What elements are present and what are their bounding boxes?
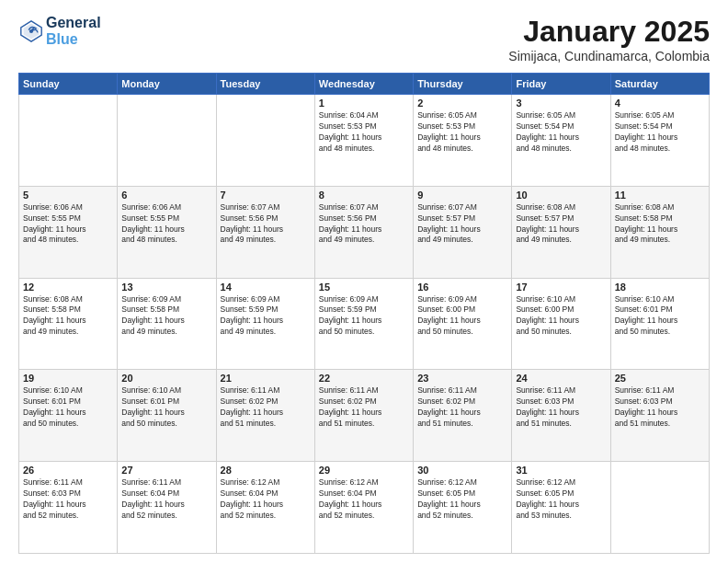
day-info: Sunrise: 6:09 AMSunset: 6:00 PMDaylight:…	[417, 294, 507, 339]
day-number: 20	[121, 373, 211, 384]
calendar-cell: 13Sunrise: 6:09 AMSunset: 5:58 PMDayligh…	[118, 278, 216, 370]
calendar-cell: 31Sunrise: 6:12 AMSunset: 6:05 PMDayligh…	[512, 462, 610, 554]
day-info: Sunrise: 6:08 AMSunset: 5:57 PMDaylight:…	[516, 202, 606, 247]
calendar-cell: 7Sunrise: 6:07 AMSunset: 5:56 PMDaylight…	[216, 186, 314, 278]
calendar-table: SundayMondayTuesdayWednesdayThursdayFrid…	[18, 73, 710, 554]
page: General Blue January 2025 Simijaca, Cund…	[0, 0, 728, 563]
day-number: 25	[615, 373, 705, 384]
title-block: January 2025 Simijaca, Cundinamarca, Col…	[508, 15, 710, 63]
calendar-cell	[216, 95, 314, 187]
calendar-cell: 10Sunrise: 6:08 AMSunset: 5:57 PMDayligh…	[512, 186, 610, 278]
day-info: Sunrise: 6:11 AMSunset: 6:02 PMDaylight:…	[221, 385, 311, 430]
week-row-4: 19Sunrise: 6:10 AMSunset: 6:01 PMDayligh…	[19, 370, 710, 462]
logo-icon	[18, 18, 44, 44]
calendar-cell: 11Sunrise: 6:08 AMSunset: 5:58 PMDayligh…	[610, 186, 709, 278]
day-info: Sunrise: 6:12 AMSunset: 6:04 PMDaylight:…	[221, 477, 311, 522]
week-row-3: 12Sunrise: 6:08 AMSunset: 5:58 PMDayligh…	[19, 278, 710, 370]
day-number: 30	[417, 465, 507, 476]
day-info: Sunrise: 6:05 AMSunset: 5:54 PMDaylight:…	[615, 110, 705, 155]
day-info: Sunrise: 6:11 AMSunset: 6:03 PMDaylight:…	[615, 385, 705, 430]
day-number: 7	[221, 190, 311, 201]
month-title: January 2025	[508, 15, 710, 49]
calendar-cell: 26Sunrise: 6:11 AMSunset: 6:03 PMDayligh…	[19, 462, 118, 554]
calendar-cell: 3Sunrise: 6:05 AMSunset: 5:54 PMDaylight…	[512, 95, 610, 187]
day-info: Sunrise: 6:06 AMSunset: 5:55 PMDaylight:…	[121, 202, 211, 247]
calendar-cell: 15Sunrise: 6:09 AMSunset: 5:59 PMDayligh…	[314, 278, 413, 370]
calendar-cell: 21Sunrise: 6:11 AMSunset: 6:02 PMDayligh…	[216, 370, 314, 462]
calendar-cell	[19, 95, 118, 187]
calendar-cell: 9Sunrise: 6:07 AMSunset: 5:57 PMDaylight…	[414, 186, 512, 278]
weekday-header-wednesday: Wednesday	[314, 74, 413, 95]
calendar-cell: 28Sunrise: 6:12 AMSunset: 6:04 PMDayligh…	[216, 462, 314, 554]
calendar-cell	[118, 95, 216, 187]
day-info: Sunrise: 6:10 AMSunset: 6:01 PMDaylight:…	[615, 294, 705, 339]
day-number: 10	[516, 190, 606, 201]
calendar-cell: 5Sunrise: 6:06 AMSunset: 5:55 PMDaylight…	[19, 186, 118, 278]
calendar-cell: 27Sunrise: 6:11 AMSunset: 6:04 PMDayligh…	[118, 462, 216, 554]
weekday-header-friday: Friday	[512, 74, 610, 95]
weekday-header-row: SundayMondayTuesdayWednesdayThursdayFrid…	[19, 74, 710, 95]
week-row-5: 26Sunrise: 6:11 AMSunset: 6:03 PMDayligh…	[19, 462, 710, 554]
day-number: 9	[417, 190, 507, 201]
week-row-2: 5Sunrise: 6:06 AMSunset: 5:55 PMDaylight…	[19, 186, 710, 278]
calendar-cell: 25Sunrise: 6:11 AMSunset: 6:03 PMDayligh…	[610, 370, 709, 462]
day-number: 11	[615, 190, 705, 201]
weekday-header-saturday: Saturday	[610, 74, 709, 95]
day-info: Sunrise: 6:11 AMSunset: 6:02 PMDaylight:…	[417, 385, 507, 430]
day-info: Sunrise: 6:10 AMSunset: 6:01 PMDaylight:…	[121, 385, 211, 430]
day-number: 2	[417, 98, 507, 109]
calendar-cell: 18Sunrise: 6:10 AMSunset: 6:01 PMDayligh…	[610, 278, 709, 370]
day-info: Sunrise: 6:08 AMSunset: 5:58 PMDaylight:…	[615, 202, 705, 247]
day-number: 14	[221, 282, 311, 293]
day-info: Sunrise: 6:12 AMSunset: 6:04 PMDaylight:…	[319, 477, 409, 522]
calendar-cell: 17Sunrise: 6:10 AMSunset: 6:00 PMDayligh…	[512, 278, 610, 370]
weekday-header-tuesday: Tuesday	[216, 74, 314, 95]
day-number: 8	[319, 190, 409, 201]
day-number: 28	[221, 465, 311, 476]
calendar-cell: 29Sunrise: 6:12 AMSunset: 6:04 PMDayligh…	[314, 462, 413, 554]
logo-text: General Blue	[46, 15, 101, 47]
day-number: 1	[319, 98, 409, 109]
day-number: 26	[23, 465, 113, 476]
day-info: Sunrise: 6:07 AMSunset: 5:56 PMDaylight:…	[221, 202, 311, 247]
day-info: Sunrise: 6:05 AMSunset: 5:54 PMDaylight:…	[516, 110, 606, 155]
svg-point-2	[29, 29, 33, 32]
day-info: Sunrise: 6:11 AMSunset: 6:04 PMDaylight:…	[121, 477, 211, 522]
day-info: Sunrise: 6:06 AMSunset: 5:55 PMDaylight:…	[23, 202, 113, 247]
day-info: Sunrise: 6:07 AMSunset: 5:57 PMDaylight:…	[417, 202, 507, 247]
location-title: Simijaca, Cundinamarca, Colombia	[508, 49, 710, 63]
day-number: 29	[319, 465, 409, 476]
day-number: 31	[516, 465, 606, 476]
day-info: Sunrise: 6:12 AMSunset: 6:05 PMDaylight:…	[417, 477, 507, 522]
calendar-cell: 30Sunrise: 6:12 AMSunset: 6:05 PMDayligh…	[414, 462, 512, 554]
day-info: Sunrise: 6:11 AMSunset: 6:03 PMDaylight:…	[23, 477, 113, 522]
day-info: Sunrise: 6:09 AMSunset: 5:59 PMDaylight:…	[319, 294, 409, 339]
day-number: 19	[23, 373, 113, 384]
day-number: 13	[121, 282, 211, 293]
day-number: 23	[417, 373, 507, 384]
calendar-cell: 19Sunrise: 6:10 AMSunset: 6:01 PMDayligh…	[19, 370, 118, 462]
day-info: Sunrise: 6:11 AMSunset: 6:03 PMDaylight:…	[516, 385, 606, 430]
calendar-cell: 20Sunrise: 6:10 AMSunset: 6:01 PMDayligh…	[118, 370, 216, 462]
day-number: 24	[516, 373, 606, 384]
day-number: 15	[319, 282, 409, 293]
day-info: Sunrise: 6:04 AMSunset: 5:53 PMDaylight:…	[319, 110, 409, 155]
day-number: 21	[221, 373, 311, 384]
day-number: 17	[516, 282, 606, 293]
day-number: 16	[417, 282, 507, 293]
calendar-cell: 24Sunrise: 6:11 AMSunset: 6:03 PMDayligh…	[512, 370, 610, 462]
calendar-cell: 8Sunrise: 6:07 AMSunset: 5:56 PMDaylight…	[314, 186, 413, 278]
day-number: 3	[516, 98, 606, 109]
weekday-header-monday: Monday	[118, 74, 216, 95]
calendar-cell: 4Sunrise: 6:05 AMSunset: 5:54 PMDaylight…	[610, 95, 709, 187]
day-info: Sunrise: 6:09 AMSunset: 5:58 PMDaylight:…	[121, 294, 211, 339]
day-number: 18	[615, 282, 705, 293]
calendar-cell: 12Sunrise: 6:08 AMSunset: 5:58 PMDayligh…	[19, 278, 118, 370]
day-info: Sunrise: 6:05 AMSunset: 5:53 PMDaylight:…	[417, 110, 507, 155]
day-number: 27	[121, 465, 211, 476]
day-info: Sunrise: 6:12 AMSunset: 6:05 PMDaylight:…	[516, 477, 606, 522]
week-row-1: 1Sunrise: 6:04 AMSunset: 5:53 PMDaylight…	[19, 95, 710, 187]
day-number: 22	[319, 373, 409, 384]
weekday-header-sunday: Sunday	[19, 74, 118, 95]
day-info: Sunrise: 6:07 AMSunset: 5:56 PMDaylight:…	[319, 202, 409, 247]
